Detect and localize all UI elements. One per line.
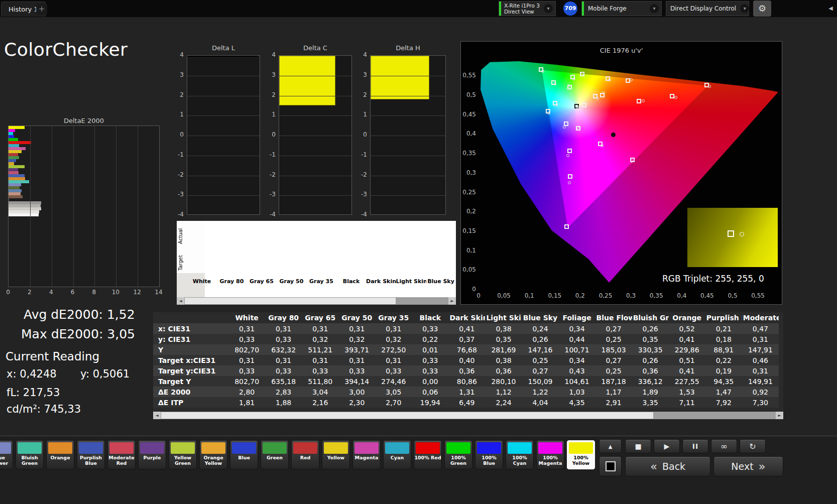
chart-title-cie: CIE 1976 u'v' <box>461 47 782 54</box>
pattern-button-purple[interactable]: Purple <box>138 440 166 469</box>
pattern-button-yellow-green[interactable]: Yellow Green <box>169 440 197 469</box>
colorspace-badge: 709 <box>563 2 577 16</box>
add-tab-button[interactable]: + <box>36 4 47 15</box>
results-table: WhiteGray 80Gray 65Gray 50Gray 35BlackDa… <box>153 312 779 408</box>
swatch-label-blue-sky: Blue Sky <box>426 278 456 285</box>
y-tick-label: 3 <box>353 71 367 78</box>
x-tick-label: 0,2 <box>571 292 589 299</box>
table-row-y-cie31: y: CIE310,330,330,320,320,320,220,370,35… <box>153 334 779 344</box>
col-header-purplish-blue: Purplish Blue <box>705 312 742 323</box>
table-cell: 7,30 <box>742 397 779 408</box>
gridline <box>371 96 445 96</box>
x-tick-label: 0,45 <box>698 292 716 299</box>
current-reading-label: Current Reading <box>6 350 99 363</box>
pattern-button-orange-yellow[interactable]: Orange Yellow <box>199 440 227 469</box>
pattern-button-yellow[interactable]: Yellow <box>322 440 350 469</box>
table-cell: 0,26 <box>632 355 669 365</box>
pattern-button-blue[interactable]: Blue <box>230 440 258 469</box>
table-scrollbar[interactable]: ◄ ► <box>153 412 783 419</box>
gridline <box>187 115 260 116</box>
pattern-bar: Blue FlowerBluish GreenOrangePurplish Bl… <box>0 436 837 504</box>
cie-measured-cyan <box>547 111 550 114</box>
pattern-label: 100% Green <box>445 455 472 466</box>
swatch-scrollbar[interactable]: ◄ ► <box>177 297 456 305</box>
actual-target-swatch-strip: Actual Target WhiteGray 80Gray 65Gray 50… <box>177 221 456 297</box>
col-header-gray-50: Gray 50 <box>338 312 375 323</box>
collapse-panel-button[interactable]: ◀ <box>824 0 837 17</box>
play-button[interactable]: ▶ <box>654 439 680 453</box>
table-cell: 2,30 <box>338 397 375 408</box>
gridline <box>279 76 351 76</box>
pattern-button-magenta[interactable]: Magenta <box>352 440 381 469</box>
pattern-button-100-cyan[interactable]: 100% Cyan <box>506 440 534 469</box>
pattern-button-purplish-blue[interactable]: Purplish Blue <box>77 440 105 469</box>
loop-button[interactable]: ↻ <box>740 439 766 453</box>
pattern-button-blue-flower[interactable]: Blue Flower <box>0 440 13 469</box>
scroll-left-icon[interactable]: ◄ <box>153 412 161 419</box>
pattern-label: Purplish Blue <box>77 455 104 466</box>
deltae2000-x-axis: 02468101214 <box>8 289 160 296</box>
delta-c-bar <box>279 56 335 105</box>
pattern-button-100-blue[interactable]: 100% Blue <box>475 440 503 469</box>
scrollbar-thumb[interactable] <box>185 298 396 304</box>
cie-measured-foliage <box>567 84 570 87</box>
expand-panel-button[interactable]: ▲ <box>599 439 622 453</box>
pattern-label: Blue <box>230 455 258 461</box>
table-cell: 0,44 <box>559 334 595 344</box>
pattern-button-moderate-red[interactable]: Moderate Red <box>107 440 136 469</box>
meter-dropdown[interactable]: X-Rite i1Pro 3 Direct View ▾ <box>499 1 556 16</box>
table-cell: 0,40 <box>448 355 485 365</box>
pattern-button-100-yellow[interactable]: 100% Yellow <box>567 440 595 469</box>
pattern-swatch-100-yellow <box>569 442 593 454</box>
pattern-button-red[interactable]: Red <box>291 440 319 469</box>
table-cell: 635,18 <box>265 376 302 387</box>
cie-measured-purplish-blue <box>566 154 569 157</box>
settings-button[interactable]: ⚙ <box>753 1 771 17</box>
y-tick-label: 4 <box>170 51 184 58</box>
scrollbar-thumb[interactable] <box>161 412 653 419</box>
display-control-dropdown[interactable]: Direct Display Control ▾ <box>666 1 749 16</box>
pattern-swatch-100-cyan <box>508 442 532 454</box>
page-title: ColorChecker <box>4 39 128 60</box>
y-tick-label: 0 <box>461 286 476 293</box>
continuous-button[interactable]: ∞ <box>711 439 737 453</box>
pattern-button-100-magenta[interactable]: 100% Magenta <box>536 440 564 469</box>
next-label: Next <box>731 461 753 472</box>
pattern-label: 100% Blue <box>475 455 503 466</box>
y-tick-label: 1 <box>353 111 367 118</box>
pattern-button-bluish-green[interactable]: Bluish Green <box>16 440 44 469</box>
stop-button[interactable]: ■ <box>625 439 651 453</box>
gridline <box>371 156 445 156</box>
table-row-target-y-cie31: Target y:CIE310,330,330,330,330,330,330,… <box>153 365 779 376</box>
corner-cell <box>153 312 228 323</box>
pattern-button-cyan[interactable]: Cyan <box>383 440 411 469</box>
current-cdm2: cd/m²: 745,33 <box>7 403 81 415</box>
table-cell: 2,24 <box>485 397 522 408</box>
pattern-swatch-orange <box>48 442 72 454</box>
scroll-right-icon[interactable]: ► <box>776 412 783 419</box>
table-cell: 0,33 <box>412 355 448 365</box>
scroll-right-icon[interactable]: ► <box>448 297 456 305</box>
next-button[interactable]: Next » <box>713 456 783 476</box>
x-tick-label: 12 <box>132 289 142 296</box>
y-tick-label: 3 <box>170 71 184 78</box>
top-bar: History 1 + X-Rite i1Pro 3 Direct View ▾… <box>0 0 837 17</box>
table-cell: 802,70 <box>228 344 265 355</box>
y-tick-label: -1 <box>262 151 276 158</box>
scroll-left-icon[interactable]: ◄ <box>177 297 184 305</box>
pattern-button-green[interactable]: Green <box>261 440 289 469</box>
table-cell: 0,43 <box>559 365 595 376</box>
x-tick-label: 0,4 <box>673 292 691 299</box>
pattern-source-dropdown[interactable]: Mobile Forge ▾ <box>581 1 662 16</box>
pattern-button-100-green[interactable]: 100% Green <box>444 440 472 469</box>
pattern-button-100-red[interactable]: 100% Red <box>414 440 442 469</box>
gridline <box>30 126 31 287</box>
table-cell: 0,01 <box>412 344 448 355</box>
pause-button[interactable]: II <box>682 439 708 453</box>
pattern-window-button[interactable] <box>599 456 622 476</box>
cie-measured-red <box>674 96 677 99</box>
back-button[interactable]: « Back <box>625 456 710 476</box>
x-tick-label: 0,15 <box>546 292 564 299</box>
pattern-button-orange[interactable]: Orange <box>46 440 74 469</box>
cie-target-moderate-red <box>637 99 641 103</box>
